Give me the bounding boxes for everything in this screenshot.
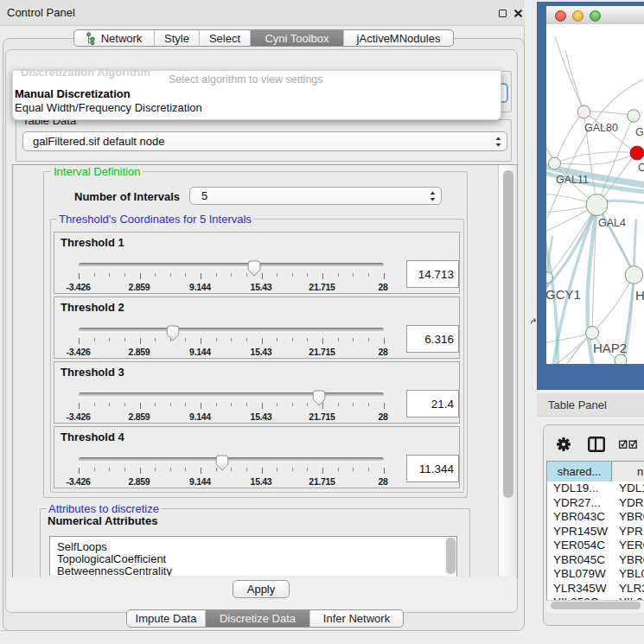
svg-text:GAL80: GAL80 — [584, 122, 618, 134]
svg-text:GAL: GAL — [635, 126, 644, 138]
svg-text:C: C — [638, 162, 644, 174]
svg-text:GCY1: GCY1 — [546, 287, 581, 302]
svg-text:GAL11: GAL11 — [556, 174, 589, 186]
svg-text:HAP2: HAP2 — [593, 341, 627, 355]
svg-text:GAL4: GAL4 — [598, 217, 626, 229]
svg-text:H: H — [635, 288, 644, 303]
